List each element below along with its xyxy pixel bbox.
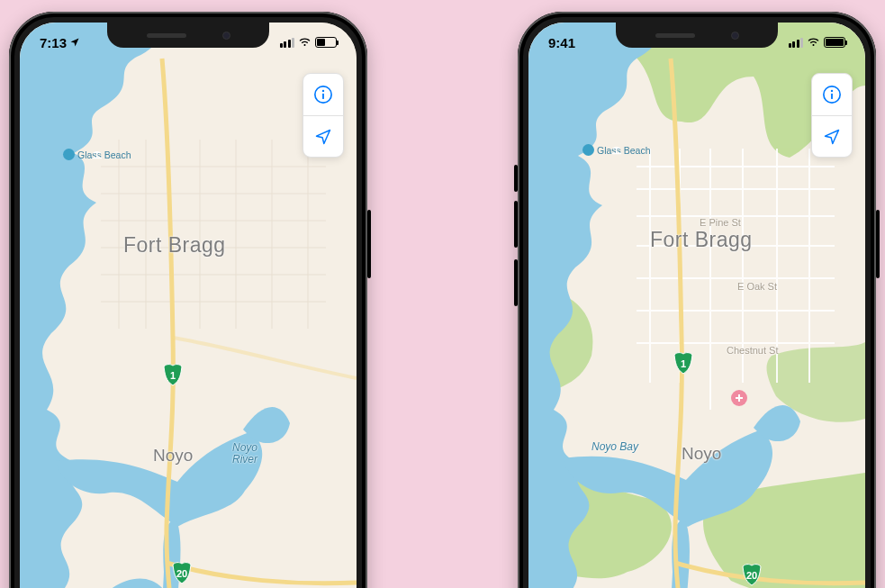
cellular-signal-icon	[280, 38, 295, 48]
cellular-signal-icon	[789, 38, 804, 48]
status-time: 9:41	[548, 35, 575, 50]
beach-icon	[582, 144, 594, 156]
power-button	[367, 210, 371, 278]
map-locate-button[interactable]	[812, 115, 852, 157]
highway-shield-20: 20	[741, 563, 763, 586]
status-time: 7:13	[40, 35, 67, 50]
location-arrow-icon	[823, 128, 841, 146]
power-button	[876, 210, 880, 278]
poi-glass-beach[interactable]: Glass Beach	[63, 149, 131, 160]
volume-up-button	[514, 201, 518, 248]
highway-shield-1: 1	[673, 351, 694, 375]
beach-icon	[63, 149, 75, 160]
notch	[616, 23, 778, 48]
street-label-chestnut: Chestnut St	[727, 345, 778, 356]
notch	[107, 23, 269, 48]
city-label-secondary: Noyo	[682, 444, 721, 464]
screen: 9:41	[528, 23, 865, 588]
city-label-primary: Fort Bragg	[650, 228, 753, 252]
highway-shield-20: 20	[171, 561, 193, 584]
battery-icon	[824, 37, 845, 48]
phone-new-map: 9:41	[518, 12, 876, 588]
map-controls-panel	[811, 73, 853, 158]
wifi-icon	[807, 34, 820, 50]
map-locate-button[interactable]	[303, 115, 343, 157]
screen: 7:13	[20, 23, 357, 588]
svg-rect-15	[322, 94, 324, 99]
battery-icon	[315, 37, 337, 48]
map-info-button[interactable]	[812, 74, 852, 115]
water-label-bay: Noyo Bay	[592, 440, 638, 453]
volume-down-button	[514, 259, 518, 306]
info-icon	[313, 85, 333, 104]
water-label-river: Noyo River	[232, 442, 257, 465]
svg-rect-32	[831, 94, 833, 99]
street-label-oak: E Oak St	[737, 281, 777, 292]
mute-switch	[514, 165, 518, 192]
hospital-icon[interactable]	[731, 390, 747, 406]
phone-old-map: 7:13	[9, 12, 367, 588]
map-info-button[interactable]	[303, 74, 343, 115]
city-label-secondary: Noyo	[153, 446, 193, 466]
location-arrow-icon	[314, 128, 332, 146]
poi-glass-beach[interactable]: Glass Beach	[582, 144, 651, 156]
street-label-pine: E Pine St	[700, 217, 741, 228]
city-label-primary: Fort Bragg	[123, 233, 226, 258]
map-controls-panel	[303, 73, 344, 158]
highway-shield-1: 1	[162, 363, 184, 386]
wifi-icon	[298, 34, 312, 50]
svg-point-31	[831, 90, 833, 92]
svg-point-14	[322, 90, 324, 92]
info-icon	[822, 85, 842, 104]
location-services-icon	[69, 35, 80, 50]
